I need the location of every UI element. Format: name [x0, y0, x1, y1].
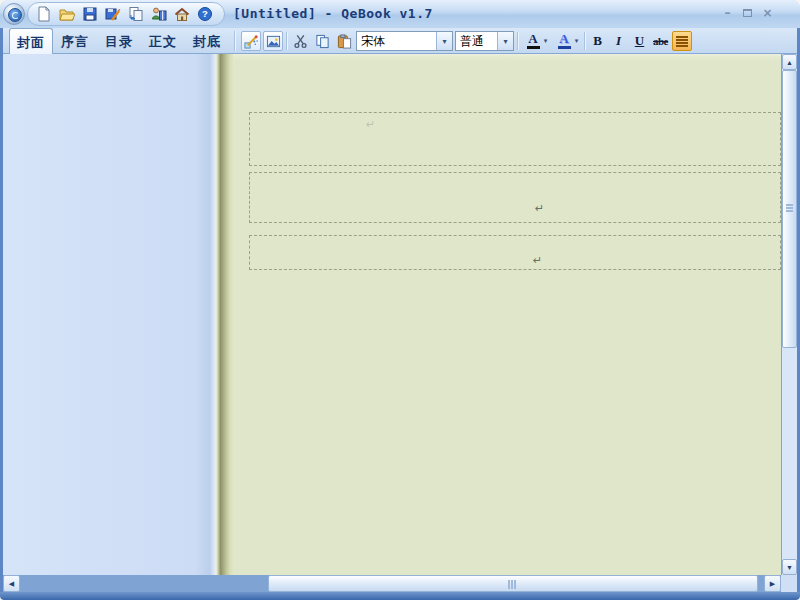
minimize-icon: –: [725, 7, 731, 19]
paragraph-mark: ↵: [533, 254, 542, 267]
copy-page-icon: [128, 6, 144, 22]
toolbar-separator: [517, 32, 518, 50]
tab-bar: 封面 序言 目录 正文 封底 宋体: [3, 28, 797, 54]
cover-text-box-3[interactable]: [249, 235, 781, 270]
home-icon: [174, 6, 190, 22]
publish-book-icon: [151, 6, 167, 22]
scroll-left-button[interactable]: ◀: [3, 575, 20, 592]
scroll-down-button[interactable]: ▼: [782, 559, 797, 575]
bold-button[interactable]: B: [588, 31, 607, 51]
help-button[interactable]: ?: [193, 4, 216, 25]
maximize-button[interactable]: [741, 7, 754, 19]
cut-button[interactable]: [290, 31, 310, 51]
arrow-up-icon: ▲: [786, 59, 793, 66]
paste-button[interactable]: [334, 31, 354, 51]
vertical-scrollbar-thumb[interactable]: [782, 70, 797, 348]
toolbar-separator: [286, 32, 287, 50]
arrow-down-icon: ▼: [786, 564, 793, 571]
close-button[interactable]: ×: [761, 7, 774, 19]
new-document-icon: [36, 6, 52, 22]
save-button[interactable]: [78, 4, 101, 25]
save-as-icon: [105, 6, 121, 22]
insert-image-button[interactable]: [263, 31, 283, 51]
tab-preface[interactable]: 序言: [53, 28, 97, 54]
toolbar-separator: [584, 32, 585, 50]
font-family-select[interactable]: 宋体 ▾: [356, 31, 453, 51]
titlebar: ? [Untitled] - QeBook v1.7 – ×: [0, 0, 800, 29]
align-icon: [676, 36, 688, 38]
window-controls: – ×: [721, 7, 774, 19]
save-icon: [82, 6, 98, 22]
copy-button[interactable]: [312, 31, 332, 51]
strikethrough-button[interactable]: abe: [651, 31, 670, 51]
font-size-select[interactable]: 普通 ▾: [455, 31, 514, 51]
minimize-button[interactable]: –: [721, 7, 734, 19]
open-file-button[interactable]: [55, 4, 78, 25]
paste-icon: [337, 34, 352, 49]
arrow-left-icon: ◀: [9, 580, 14, 588]
main-toolbar: ?: [27, 2, 225, 26]
toolbar-separator: [234, 31, 235, 51]
copy-icon: [315, 34, 330, 49]
copy-page-button[interactable]: [124, 4, 147, 25]
font-family-value: 宋体: [357, 33, 436, 50]
vertical-scrollbar[interactable]: ▲ ▼: [781, 54, 797, 575]
outline-color-icon: A: [553, 33, 573, 49]
open-folder-icon: [59, 6, 75, 22]
scroll-right-button[interactable]: ▶: [764, 575, 781, 592]
paragraph-mark: ↵: [366, 118, 375, 131]
window-title: [Untitled] - QeBook v1.7: [233, 6, 433, 21]
publish-book-button[interactable]: [147, 4, 170, 25]
font-color-button[interactable]: A ▾: [521, 31, 550, 51]
tab-cover[interactable]: 封面: [9, 28, 53, 54]
new-document-button[interactable]: [32, 4, 55, 25]
magic-wand-icon: [244, 34, 259, 49]
window-frame-bottom: [0, 592, 800, 600]
chevron-down-icon[interactable]: ▾: [436, 32, 452, 50]
format-toolbar: 宋体 ▾ 普通 ▾ A ▾ A ▾: [241, 30, 692, 52]
app-logo-icon: [3, 3, 25, 25]
save-as-button[interactable]: [101, 4, 124, 25]
scrollbar-grip: [508, 580, 510, 589]
navigation-panel[interactable]: [3, 54, 216, 575]
help-icon: ?: [197, 6, 213, 22]
underline-button[interactable]: U: [630, 31, 649, 51]
align-button[interactable]: [672, 31, 692, 51]
magic-wand-button[interactable]: [241, 31, 261, 51]
cover-page-canvas[interactable]: ↵ ↵ ↵: [233, 54, 781, 575]
chevron-down-icon[interactable]: ▾: [497, 32, 513, 50]
paragraph-mark: ↵: [535, 202, 544, 215]
section-tabs: 封面 序言 目录 正文 封底: [9, 28, 229, 54]
tab-contents[interactable]: 目录: [97, 28, 141, 54]
font-color-icon: A: [522, 33, 542, 49]
tab-backcover[interactable]: 封底: [185, 28, 229, 54]
italic-button[interactable]: I: [609, 31, 628, 51]
svg-text:?: ?: [202, 8, 208, 19]
home-button[interactable]: [170, 4, 193, 25]
close-icon: ×: [762, 7, 772, 19]
book-spine: [216, 54, 233, 575]
arrow-right-icon: ▶: [770, 580, 775, 588]
outline-color-button[interactable]: A ▾: [552, 31, 581, 51]
cover-text-box-2[interactable]: [249, 172, 781, 223]
horizontal-scrollbar-thumb[interactable]: [268, 575, 758, 592]
insert-image-icon: [266, 34, 281, 49]
chevron-down-icon[interactable]: ▾: [542, 37, 549, 45]
qebook-window: ? [Untitled] - QeBook v1.7 – × 封面 序言 目录 …: [0, 0, 800, 600]
cover-text-box-1[interactable]: [249, 112, 781, 166]
scroll-up-button[interactable]: ▲: [782, 54, 797, 70]
tab-body[interactable]: 正文: [141, 28, 185, 54]
horizontal-scrollbar[interactable]: ◀ ▶: [3, 575, 781, 592]
cut-icon: [293, 34, 308, 49]
chevron-down-icon[interactable]: ▾: [573, 37, 580, 45]
scrollbar-grip: [786, 204, 793, 206]
maximize-icon: [743, 9, 752, 17]
font-size-value: 普通: [456, 33, 497, 50]
